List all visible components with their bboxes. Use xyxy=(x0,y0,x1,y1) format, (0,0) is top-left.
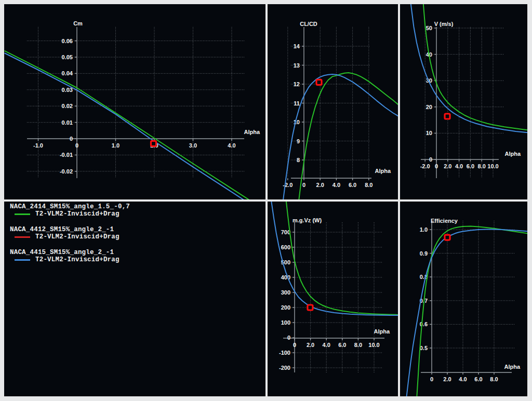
operating-point-marker xyxy=(445,235,450,240)
x-tick-label: 8.0 xyxy=(490,376,498,382)
legend-line-swatch xyxy=(15,236,30,238)
x-tick-label: 6.0 xyxy=(338,342,346,348)
polar-name: NACA_2414_SM15%_angle_1.5_-0,7 xyxy=(9,204,130,210)
curve-naca_2414 xyxy=(299,73,398,199)
x-tick-label: 6.0 xyxy=(349,182,356,188)
legend-row: T2-VLM2-Inviscid+Drag xyxy=(9,234,119,240)
x-tick-label: 8.0 xyxy=(354,342,362,348)
x-tick-label: 10.0 xyxy=(368,342,379,348)
y-tick-label: 12 xyxy=(294,81,300,87)
curve-naca_2414 xyxy=(5,51,250,199)
y-tick-label: 10 xyxy=(294,119,300,125)
y-tick-label: 8 xyxy=(297,157,300,163)
y-tick-label: 300 xyxy=(281,289,290,296)
curve-naca_4415 xyxy=(411,5,527,133)
x-tick-label: 8.0 xyxy=(365,182,373,188)
legend-panel: NACA_2414_SM15%_angle_1.5_-0,7T2-VLM2-In… xyxy=(4,202,265,396)
x-tick-label: -1.0 xyxy=(33,142,43,149)
curve-naca_2414 xyxy=(417,226,527,396)
y-tick-label: 20 xyxy=(426,104,432,110)
graph-title: V (m/s) xyxy=(434,21,454,27)
x-tick-label: 2.0 xyxy=(307,342,314,348)
x-tick-label: 0 xyxy=(430,376,433,382)
x-tick-label: 0 xyxy=(293,342,296,348)
legend-line-swatch xyxy=(15,213,30,215)
polar-name: NACA_4415_SM15%_angle_2_-1 xyxy=(9,249,119,256)
y-tick-label: 600 xyxy=(281,244,290,250)
polar-name: NACA_4412_SM15%_angle_2_-1 xyxy=(9,226,119,233)
x-axis-title: Alpha xyxy=(374,328,390,335)
y-tick-label: 14 xyxy=(294,43,300,49)
legend-item[interactable]: NACA_2414_SM15%_angle_1.5_-0,7T2-VLM2-In… xyxy=(9,204,130,218)
analysis-label: T2-VLM2-Inviscid+Drag xyxy=(35,234,119,240)
x-tick-label: 4.0 xyxy=(228,142,235,149)
y-tick-label: 700 xyxy=(281,229,290,235)
velocity-graph-panel[interactable]: -2.002.04.06.08.010.001020304050V (m/s)A… xyxy=(400,4,527,199)
efficiency-graph-panel[interactable]: 02.04.06.08.01.00.90.80.70.60.5Efficienc… xyxy=(400,202,527,396)
mgvz-graph: 02.04.06.08.010.07006005004003002001000-… xyxy=(268,202,398,396)
x-tick-label: -2.0 xyxy=(283,182,292,188)
x-tick-label: 8.0 xyxy=(478,163,486,169)
y-tick-label: 0.9 xyxy=(420,250,428,257)
y-tick-label: 0.01 xyxy=(62,119,73,126)
operating-point-marker xyxy=(151,141,156,146)
analysis-label: T2-VLM2-Inviscid+Drag xyxy=(35,257,119,263)
y-tick-label: 0.02 xyxy=(62,103,73,109)
legend-item[interactable]: NACA_4415_SM15%_angle_2_-1T2-VLM2-Invisc… xyxy=(9,249,119,263)
x-tick-label: 4.0 xyxy=(332,182,340,188)
x-axis-title: Alpha xyxy=(244,129,260,135)
mgvz-graph-panel[interactable]: 02.04.06.08.010.07006005004003002001000-… xyxy=(268,202,398,396)
y-tick-label: 100 xyxy=(281,319,290,326)
y-tick-label: 0.5 xyxy=(420,345,428,351)
x-tick-label: 0 xyxy=(435,163,438,169)
y-tick-label: -0.02 xyxy=(60,168,73,175)
analysis-label: T2-VLM2-Inviscid+Drag xyxy=(35,211,119,218)
legend-line-swatch xyxy=(15,259,30,261)
y-tick-label: 0.6 xyxy=(420,321,428,327)
x-tick-label: 3.0 xyxy=(189,142,197,149)
graph-title: m.g.Vz (W) xyxy=(292,217,322,223)
x-tick-label: 4.0 xyxy=(455,163,463,169)
legend-row: T2-VLM2-Inviscid+Drag xyxy=(9,211,130,218)
x-tick-label: 2.0 xyxy=(443,376,451,382)
polar-graphs-view: -1.001.02.03.04.00.060.050.040.030.020.0… xyxy=(0,0,532,401)
y-tick-label: -0.01 xyxy=(60,152,73,158)
clcd-graph-panel[interactable]: -2.002.04.06.08.0141312111098CL/CDAlpha xyxy=(268,4,398,199)
x-axis-title: Alpha xyxy=(504,151,521,157)
curve-naca_4415 xyxy=(5,54,244,200)
x-tick-label: 6.0 xyxy=(474,376,482,382)
y-tick-label: 0.06 xyxy=(62,38,73,44)
v-graph: -2.002.04.06.08.010.001020304050V (m/s)A… xyxy=(400,4,527,199)
x-tick-label: 4.0 xyxy=(323,342,330,348)
y-tick-label: 11 xyxy=(294,100,300,106)
y-tick-label: 9 xyxy=(297,138,300,144)
x-tick-label: 2.0 xyxy=(316,182,324,188)
x-tick-label: 0 xyxy=(302,182,305,188)
graph-title: Cm xyxy=(73,20,83,26)
y-tick-label: 200 xyxy=(281,304,290,311)
operating-point-marker xyxy=(308,305,313,310)
y-tick-label: 0 xyxy=(70,136,73,142)
x-tick-label: -2.0 xyxy=(420,163,430,169)
legend-row: T2-VLM2-Inviscid+Drag xyxy=(9,257,119,263)
curve-naca_4415 xyxy=(283,74,398,199)
y-tick-label: 1.0 xyxy=(420,226,428,233)
curve-naca_4415 xyxy=(271,202,398,315)
graph-title: Efficiency xyxy=(431,218,458,224)
x-tick-label: 6.0 xyxy=(467,163,474,169)
operating-point-marker xyxy=(445,114,450,119)
y-tick-label: -100 xyxy=(279,350,290,356)
graph-title: CL/CD xyxy=(300,21,317,27)
clcd-graph: -2.002.04.06.08.0141312111098CL/CDAlpha xyxy=(268,4,398,199)
legend-item[interactable]: NACA_4412_SM15%_angle_2_-1T2-VLM2-Invisc… xyxy=(9,226,119,240)
y-tick-label: 0.04 xyxy=(62,70,73,76)
x-tick-label: 10.0 xyxy=(487,163,498,169)
x-tick-label: 0 xyxy=(75,142,78,149)
operating-point-marker xyxy=(316,79,322,85)
y-tick-label: -200 xyxy=(279,365,290,371)
cm-graph-panel[interactable]: -1.001.02.03.04.00.060.050.040.030.020.0… xyxy=(4,4,265,199)
eff-graph: 02.04.06.08.01.00.90.80.70.60.5Efficienc… xyxy=(400,202,527,396)
x-axis-title: Alpha xyxy=(375,168,391,174)
x-tick-label: 1.0 xyxy=(112,142,119,149)
y-tick-label: 13 xyxy=(294,62,300,69)
